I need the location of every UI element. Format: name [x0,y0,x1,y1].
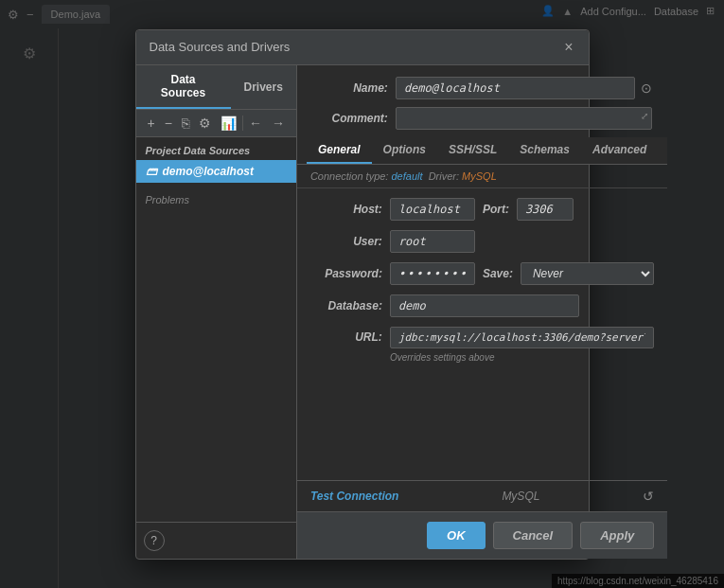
name-input-row: ⊙ [396,77,652,99]
forward-button[interactable]: → [268,114,289,133]
url-input[interactable] [390,327,654,348]
dialog-title: Data Sources and Drivers [150,40,291,54]
user-input[interactable] [390,230,475,253]
password-label: Password: [310,267,382,280]
connection-form: Host: Port: User: Password: Save [297,188,667,480]
dialog-titlebar: Data Sources and Drivers × [136,30,589,65]
nav-tabs: General Options SSH/SSL Schemas Advanced [297,137,667,165]
back-button[interactable]: ← [245,114,266,133]
ok-button[interactable]: OK [427,522,486,549]
cancel-button[interactable]: Cancel [493,522,574,549]
database-input[interactable] [390,294,579,317]
data-source-item[interactable]: 🗃 demo@localhost [136,160,296,183]
save-label: Save: [483,267,513,280]
conn-type-value: default [392,170,423,182]
dialog-close-button[interactable]: × [562,40,574,55]
database-row: Database: [310,294,654,317]
tab-data-sources[interactable]: Data Sources [136,65,231,109]
conn-driver-prefix: Driver: [429,170,462,182]
divider [242,116,243,131]
comment-input[interactable] [396,107,652,130]
sync-icon: ⊙ [641,80,652,96]
database-label: Database: [310,299,382,312]
tab-ssh-ssl[interactable]: SSH/SSL [437,137,508,164]
datasource-icon: 🗃 [146,165,157,178]
comment-label: Comment: [312,112,388,125]
host-input[interactable] [390,198,475,221]
port-label: Port: [483,203,509,216]
problems-label: Problems [136,183,296,217]
left-panel: Data Sources Drivers + − ⎘ ⚙ 📊 ← → Proje… [136,65,297,559]
save-select[interactable]: Never For session Until restart Forever [521,262,654,285]
dialog: Data Sources and Drivers × Data Sources … [135,29,590,560]
tab-schemas[interactable]: Schemas [508,137,581,164]
left-bottom: ? [136,522,296,559]
user-row: User: [310,230,654,253]
chart-button[interactable]: 📊 [217,114,240,133]
password-input[interactable] [390,262,475,285]
dialog-actions: OK Cancel Apply [297,511,667,559]
footer-bar: Test Connection MySQL ↺ [297,480,667,511]
url-label: URL: [310,330,382,344]
tab-drivers[interactable]: Drivers [231,65,296,109]
password-row: Password: Save: Never For session Until … [310,262,654,285]
user-label: User: [310,235,382,248]
name-comment-area: Name: ⊙ Comment: ⤢ [297,65,667,137]
tab-advanced[interactable]: Advanced [581,137,658,164]
connection-info-bar: Connection type: default Driver: MySQL [297,165,667,188]
help-button[interactable]: ? [144,530,165,551]
data-source-name: demo@localhost [163,165,254,178]
left-toolbar: + − ⎘ ⚙ 📊 ← → [136,110,296,137]
remove-button[interactable]: − [161,114,176,133]
settings-button[interactable]: ⚙ [195,114,215,133]
copy-button[interactable]: ⎘ [178,114,193,133]
modal-overlay: Data Sources and Drivers × Data Sources … [0,0,724,588]
url-row: URL: [310,327,654,348]
refresh-icon[interactable]: ↺ [643,489,654,504]
expand-icon: ⤢ [641,111,648,121]
add-button[interactable]: + [144,114,159,133]
right-panel: Name: ⊙ Comment: ⤢ [297,65,667,559]
tab-options[interactable]: Options [372,137,437,164]
test-connection-button[interactable]: Test Connection [310,490,399,503]
project-data-sources-label: Project Data Sources [136,137,296,160]
port-input[interactable] [517,198,574,221]
host-port-row: Host: Port: [310,198,654,221]
tabs-header: Data Sources Drivers [136,65,296,110]
name-row: Name: ⊙ [312,77,652,99]
mysql-label: MySQL [502,490,539,503]
comment-input-wrapper: ⤢ [396,107,652,130]
host-label: Host: [310,203,382,216]
url-note: Overrides settings above [390,352,654,363]
name-label: Name: [312,81,388,95]
apply-button[interactable]: Apply [580,522,654,549]
comment-row: Comment: ⤢ [312,107,652,130]
name-input[interactable] [396,77,635,99]
conn-type-prefix: Connection type: [310,170,392,182]
tab-general[interactable]: General [307,137,372,164]
conn-driver-value: MySQL [462,170,497,182]
dialog-body: Data Sources Drivers + − ⎘ ⚙ 📊 ← → Proje… [136,65,589,559]
